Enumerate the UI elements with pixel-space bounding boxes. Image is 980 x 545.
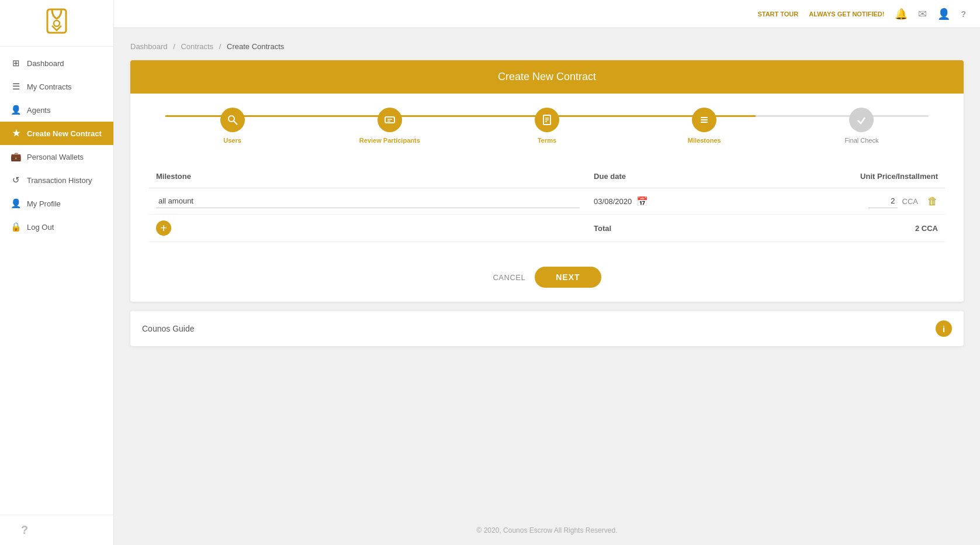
- step-users[interactable]: Users: [154, 108, 311, 144]
- stepper: Users Review Participants: [130, 94, 964, 153]
- sidebar-item-my-contracts[interactable]: ☰ My Contracts: [0, 75, 113, 98]
- sidebar-item-my-profile[interactable]: 👤 My Profile: [0, 192, 113, 215]
- main-content: Dashboard / Contracts / Create Contracts…: [114, 28, 980, 516]
- step-users-label: Users: [223, 137, 241, 144]
- create-contract-card: Create New Contract Users: [130, 60, 964, 302]
- svg-point-1: [54, 20, 60, 26]
- checkmark-icon: [856, 114, 867, 126]
- svg-point-2: [228, 116, 234, 122]
- sidebar-item-create-new-contract[interactable]: ★ Create New Contract: [0, 122, 113, 145]
- sidebar-item-logout-label: Log Out: [27, 223, 54, 232]
- id-card-icon: [384, 114, 396, 126]
- currency-label: CCA: [902, 197, 918, 206]
- always-notified-link[interactable]: ALWAYS GET NOTIFIED!: [809, 11, 884, 18]
- guide-card: Counos Guide i: [130, 311, 964, 346]
- breadcrumb: Dashboard / Contracts / Create Contracts: [130, 42, 964, 51]
- step-milestones-label: Milestones: [688, 137, 721, 144]
- card-header-title: Create New Contract: [498, 71, 596, 82]
- action-bar: CANCEL NEXT: [130, 256, 964, 302]
- start-tour-link[interactable]: START TOUR: [757, 11, 798, 18]
- step-terms-label: Terms: [538, 137, 556, 144]
- sidebar-item-log-out[interactable]: 🔒 Log Out: [0, 215, 113, 239]
- dashboard-icon: ⊞: [11, 58, 21, 68]
- breadcrumb-contracts[interactable]: Contracts: [181, 42, 213, 51]
- history-icon: ↺: [11, 175, 21, 185]
- footer: © 2020, Counos Escrow All Rights Reserve…: [114, 516, 980, 545]
- due-date-cell: 03/08/2020 📅: [587, 188, 786, 215]
- amount-cell: CCA 🗑: [786, 188, 945, 215]
- next-button[interactable]: NEXT: [535, 267, 601, 288]
- milestone-table-area: Milestone Due date Unit Price/Installmen…: [130, 153, 964, 256]
- terms-icon: [541, 114, 553, 126]
- col-due-date: Due date: [587, 167, 786, 188]
- step-review[interactable]: Review Participants: [311, 108, 468, 144]
- guide-label: Counos Guide: [142, 324, 195, 333]
- sidebar-item-dashboard-label: Dashboard: [27, 59, 64, 68]
- sidebar-item-my-contracts-label: My Contracts: [27, 82, 72, 91]
- bell-icon[interactable]: 🔔: [895, 8, 908, 20]
- guide-info-icon[interactable]: i: [936, 320, 952, 337]
- add-row-cell: +: [149, 215, 587, 242]
- total-label-cell: Total: [587, 215, 786, 242]
- step-final-check[interactable]: Final Check: [783, 108, 940, 144]
- milestone-name-cell: [149, 188, 587, 215]
- agents-icon: 👤: [11, 105, 21, 115]
- milestone-table: Milestone Due date Unit Price/Installmen…: [149, 167, 945, 242]
- amount-input[interactable]: [868, 194, 898, 208]
- step-review-label: Review Participants: [359, 137, 420, 144]
- step-terms-circle: [535, 108, 559, 132]
- milestone-name-input[interactable]: [156, 194, 580, 208]
- step-users-circle: [220, 108, 245, 132]
- breadcrumb-current: Create Contracts: [227, 42, 284, 51]
- step-final-check-circle: [849, 108, 874, 132]
- wallets-icon: 💼: [11, 151, 21, 162]
- table-row: 03/08/2020 📅 CCA 🗑: [149, 188, 945, 215]
- delete-row-icon[interactable]: 🗑: [927, 195, 938, 208]
- svg-line-3: [234, 121, 237, 125]
- sidebar-item-personal-wallets[interactable]: 💼 Personal Wallets: [0, 145, 113, 168]
- sidebar: ⊞ Dashboard ☰ My Contracts 👤 Agents ★ Cr…: [0, 0, 114, 545]
- step-milestones[interactable]: Milestones: [626, 108, 783, 144]
- step-review-circle: [378, 108, 402, 132]
- milestones-icon: [698, 114, 710, 126]
- create-contract-icon: ★: [11, 128, 21, 139]
- card-header: Create New Contract: [130, 60, 964, 94]
- breadcrumb-dashboard[interactable]: Dashboard: [130, 42, 168, 51]
- logout-icon: 🔒: [11, 222, 21, 232]
- cancel-button[interactable]: CANCEL: [493, 273, 525, 282]
- step-milestones-circle: [692, 108, 716, 132]
- sidebar-item-transaction-history[interactable]: ↺ Transaction History: [0, 168, 113, 192]
- svg-rect-4: [385, 117, 394, 123]
- add-milestone-button[interactable]: +: [156, 220, 171, 236]
- calendar-icon[interactable]: 📅: [636, 196, 648, 207]
- sidebar-help[interactable]: ?: [0, 515, 113, 545]
- total-value-cell: 2 CCA: [786, 215, 945, 242]
- col-milestone: Milestone: [149, 167, 587, 188]
- sidebar-item-agents[interactable]: 👤 Agents: [0, 98, 113, 122]
- step-terms[interactable]: Terms: [468, 108, 625, 144]
- my-contracts-icon: ☰: [11, 81, 21, 92]
- total-label: Total: [594, 224, 611, 233]
- total-row: + Total 2 CCA: [149, 215, 945, 242]
- search-icon: [227, 114, 238, 126]
- sidebar-item-wallets-label: Personal Wallets: [27, 153, 84, 161]
- logo-svg: [39, 7, 74, 42]
- due-date-value: 03/08/2020: [594, 197, 632, 206]
- sidebar-item-dashboard[interactable]: ⊞ Dashboard: [0, 51, 113, 75]
- sidebar-item-create-label: Create New Contract: [27, 129, 102, 138]
- col-unit-price: Unit Price/Installment: [786, 167, 945, 188]
- logo: [0, 0, 113, 47]
- help-icon[interactable]: ?: [961, 9, 966, 19]
- sidebar-item-agents-label: Agents: [27, 106, 50, 115]
- topbar: START TOUR ALWAYS GET NOTIFIED! 🔔 ✉ 👤 ?: [0, 0, 980, 28]
- email-icon[interactable]: ✉: [918, 8, 927, 20]
- step-final-check-label: Final Check: [844, 137, 878, 144]
- total-value: 2 CCA: [915, 224, 938, 233]
- user-avatar-icon[interactable]: 👤: [937, 8, 950, 20]
- question-icon[interactable]: ?: [11, 515, 39, 544]
- sidebar-item-profile-label: My Profile: [27, 199, 61, 208]
- footer-text: © 2020, Counos Escrow All Rights Reserve…: [477, 526, 618, 534]
- sidebar-item-history-label: Transaction History: [27, 176, 92, 185]
- profile-icon: 👤: [11, 198, 21, 209]
- sidebar-nav: ⊞ Dashboard ☰ My Contracts 👤 Agents ★ Cr…: [0, 47, 113, 515]
